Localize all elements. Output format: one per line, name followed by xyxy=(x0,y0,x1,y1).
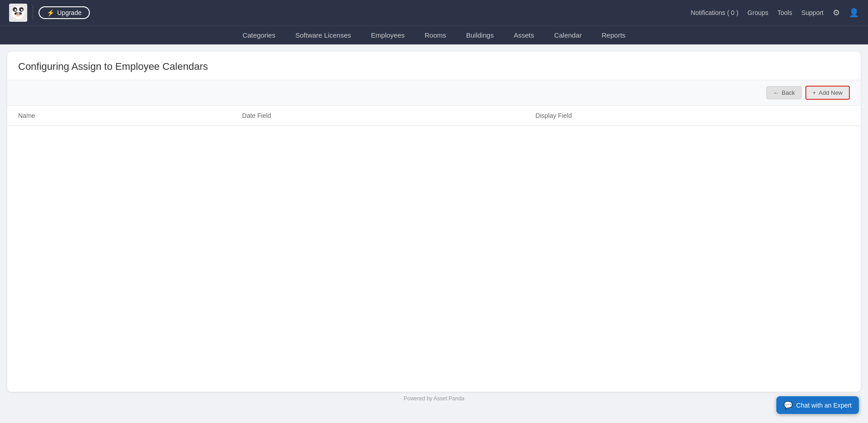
svg-point-9 xyxy=(17,14,18,15)
nav-item-buildings[interactable]: Buildings xyxy=(456,26,504,44)
upgrade-icon: ⚡ xyxy=(47,9,54,16)
header-right: Notifications ( 0 ) Groups Tools Support… xyxy=(691,8,859,18)
upgrade-button[interactable]: ⚡ Upgrade xyxy=(39,6,90,19)
nav-item-calendar[interactable]: Calendar xyxy=(544,26,592,44)
svg-point-4 xyxy=(15,9,16,11)
nav-item-reports[interactable]: Reports xyxy=(592,26,636,44)
card-header: Configuring Assign to Employee Calendars xyxy=(7,52,861,80)
tools-link[interactable]: Tools xyxy=(777,9,792,16)
powered-by-text: Powered by Asset Panda xyxy=(403,395,464,402)
top-header: ⚡ Upgrade Notifications ( 0 ) Groups Too… xyxy=(0,0,868,25)
user-profile-button[interactable]: 👤 xyxy=(849,8,859,18)
back-button[interactable]: ← Back xyxy=(766,86,802,99)
nav-menu: Categories Software Licenses Employees R… xyxy=(0,25,868,44)
support-link[interactable]: Support xyxy=(801,9,824,16)
groups-link[interactable]: Groups xyxy=(747,9,768,16)
column-display-field: Display Field xyxy=(525,106,861,126)
nav-item-employees[interactable]: Employees xyxy=(361,26,415,44)
app-logo xyxy=(9,4,27,22)
add-new-label: Add New xyxy=(819,89,843,96)
nav-item-software-licenses[interactable]: Software Licenses xyxy=(285,26,361,44)
column-date-field: Date Field xyxy=(231,106,525,126)
nav-item-categories[interactable]: Categories xyxy=(232,26,285,44)
footer: Powered by Asset Panda xyxy=(7,392,861,405)
card-toolbar: ← Back + Add New xyxy=(7,80,861,106)
svg-point-10 xyxy=(19,14,20,15)
user-icon: 👤 xyxy=(849,8,859,18)
nav-item-assets[interactable]: Assets xyxy=(504,26,544,44)
upgrade-label: Upgrade xyxy=(57,9,82,16)
notifications-link[interactable]: Notifications ( 0 ) xyxy=(691,9,738,16)
gear-icon: ⚙ xyxy=(833,8,840,18)
plus-icon: + xyxy=(813,89,816,96)
svg-point-8 xyxy=(16,13,20,17)
add-new-button[interactable]: + Add New xyxy=(805,86,850,100)
settings-button[interactable]: ⚙ xyxy=(833,8,840,18)
chat-widget[interactable]: 💬 Chat with an Expert xyxy=(776,396,859,414)
content-card: Configuring Assign to Employee Calendars… xyxy=(7,52,861,392)
main-content: Configuring Assign to Employee Calendars… xyxy=(0,44,868,423)
table-header-row: Name Date Field Display Field xyxy=(7,106,861,126)
header-divider xyxy=(33,6,33,19)
back-label: Back xyxy=(782,89,795,96)
page-title: Configuring Assign to Employee Calendars xyxy=(18,61,850,73)
column-name: Name xyxy=(7,106,231,126)
header-left: ⚡ Upgrade xyxy=(9,4,90,22)
back-arrow-icon: ← xyxy=(773,89,779,96)
table-header: Name Date Field Display Field xyxy=(7,106,861,126)
nav-item-rooms[interactable]: Rooms xyxy=(415,26,456,44)
data-table: Name Date Field Display Field xyxy=(7,106,861,126)
chat-label: Chat with an Expert xyxy=(796,402,852,409)
chat-icon: 💬 xyxy=(784,401,793,409)
svg-point-5 xyxy=(21,9,23,11)
